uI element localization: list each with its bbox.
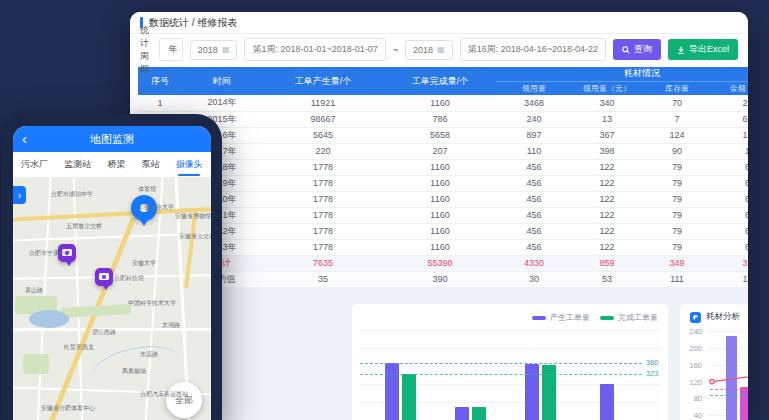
table-cell: 220 bbox=[262, 143, 384, 159]
table-total-row: 合计7635553904330859349330 bbox=[138, 255, 748, 271]
dashboard-panel: 数据统计 / 维修报表 统计周期: 年季月周日 2018 ▦ 第1周: 2018… bbox=[130, 12, 748, 420]
phone-mockup: ‹ 地图监测 污水厂监测站桥梁泵站摄像头 bbox=[2, 114, 222, 420]
table-cell: 456 bbox=[496, 223, 572, 239]
table-row[interactable]: 12014年119211160346834070250 bbox=[138, 95, 748, 111]
phone-tab[interactable]: 泵站 bbox=[142, 152, 160, 177]
phone-tab[interactable]: 监测站 bbox=[64, 152, 91, 177]
map-panel-expander[interactable]: › bbox=[13, 186, 26, 204]
y-axis-tick: 240 bbox=[684, 327, 702, 336]
camera-marker[interactable] bbox=[95, 268, 113, 286]
range-end-field[interactable]: 第16周: 2018-04-16~2018-04-22 bbox=[460, 38, 606, 61]
range-separator: ~ bbox=[393, 45, 398, 55]
table-cell: 13 bbox=[572, 111, 642, 127]
table-cell: 250 bbox=[712, 95, 748, 111]
period-segment: 年季月周日 bbox=[159, 38, 183, 61]
column-header: 工单产生量/个 bbox=[262, 67, 384, 95]
table-cell: 340 bbox=[572, 95, 642, 111]
table-cell: 1778 bbox=[262, 191, 384, 207]
table-cell: 90 bbox=[642, 143, 712, 159]
map-place-label: 中国科学技术大学 bbox=[128, 299, 176, 308]
table-cell: 122 bbox=[572, 159, 642, 175]
table-row[interactable]: 52018年177811604561227967 bbox=[138, 159, 748, 175]
map-place-label: 安徽省合肥体育中心 bbox=[41, 404, 95, 413]
column-header: 工单完成量/个 bbox=[384, 67, 496, 95]
table-row[interactable]: 42017年2202071103989019 bbox=[138, 143, 748, 159]
map-place-label: 凤凰椒场 bbox=[122, 367, 146, 376]
table-cell: 70 bbox=[642, 95, 712, 111]
column-header: 时间 bbox=[182, 67, 262, 95]
workorder-chart-card: 产生工单量完成工单量 360323 bbox=[352, 304, 668, 420]
consumable-chart-card: 耗材分析 2402001601208040 bbox=[680, 304, 748, 420]
y-axis-tick: 200 bbox=[684, 344, 702, 353]
table-cell: 859 bbox=[572, 255, 642, 271]
table-cell: 4330 bbox=[496, 255, 572, 271]
map-park bbox=[61, 304, 131, 318]
period-label: 统计周期: bbox=[140, 24, 152, 76]
table-row[interactable]: 72020年177811604561227967 bbox=[138, 191, 748, 207]
workorder-chart-plot: 360323 bbox=[352, 304, 668, 420]
table-cell: 67 bbox=[712, 207, 748, 223]
table-row[interactable]: 102023年177811604561227967 bbox=[138, 239, 748, 255]
map-view[interactable]: › 全部 合肥市琥珀中学体育馆安徽农业大学安徽省博物馆五里墩立交桥安徽省立交通合… bbox=[13, 178, 211, 420]
year-start-value: 2018 bbox=[198, 45, 218, 55]
table-cell: 1778 bbox=[262, 207, 384, 223]
map-place-label: 黄山路 bbox=[25, 286, 43, 295]
page-background: 数据统计 / 维修报表 统计周期: 年季月周日 2018 ▦ 第1周: 2018… bbox=[0, 0, 769, 420]
bar bbox=[726, 336, 737, 420]
table-cell: 3468 bbox=[496, 95, 572, 111]
table-cell: 456 bbox=[496, 175, 572, 191]
map-place-label: 东流路 bbox=[140, 350, 158, 359]
calendar-icon: ▦ bbox=[222, 45, 230, 54]
table-cell: 35 bbox=[262, 271, 384, 287]
reference-line bbox=[710, 395, 748, 396]
period-option[interactable]: 年 bbox=[160, 39, 183, 60]
table-cell: 122 bbox=[572, 207, 642, 223]
table-cell: 67 bbox=[712, 159, 748, 175]
table-cell: 124 bbox=[642, 127, 712, 143]
table-row[interactable]: 82021年177811604561227967 bbox=[138, 207, 748, 223]
map-pond bbox=[29, 310, 69, 328]
y-axis-tick: 120 bbox=[684, 378, 702, 387]
filter-toolbar: 统计周期: 年季月周日 2018 ▦ 第1周: 2018-01-01~2018-… bbox=[130, 34, 748, 65]
report-table-container: 序号时间工单产生量/个工单完成量/个耗材情况领用量领用量（元）库存量金额（元）1… bbox=[130, 65, 748, 288]
export-excel-button[interactable]: 导出Excel bbox=[668, 39, 738, 60]
phone-screen: ‹ 地图监测 污水厂监测站桥梁泵站摄像头 bbox=[13, 126, 211, 420]
table-cell: 122 bbox=[572, 239, 642, 255]
table-cell: 456 bbox=[496, 191, 572, 207]
table-cell: 122 bbox=[572, 223, 642, 239]
gridline bbox=[708, 331, 748, 332]
table-cell: 456 bbox=[496, 239, 572, 255]
y-axis-tick: 40 bbox=[684, 411, 702, 420]
range-start-field[interactable]: 第1周: 2018-01-01~2018-01-07 bbox=[244, 38, 385, 61]
reference-line-label: 360 bbox=[646, 358, 666, 367]
table-cell: 122 bbox=[572, 175, 642, 191]
map-place-label: 合肥汽车客运西站 bbox=[140, 390, 188, 399]
year-end-select[interactable]: 2018 ▦ bbox=[405, 40, 453, 60]
bar bbox=[525, 364, 539, 420]
search-button[interactable]: 查询 bbox=[613, 39, 661, 60]
table-cell: 1160 bbox=[384, 95, 496, 111]
bar bbox=[472, 407, 486, 420]
table-cell: 240 bbox=[496, 111, 572, 127]
table-row[interactable]: 22015年98667786240137650 bbox=[138, 111, 748, 127]
table-row[interactable]: 92022年177811604561227967 bbox=[138, 223, 748, 239]
table-row[interactable]: 62019年177811604561227967 bbox=[138, 175, 748, 191]
map-place-label: 安徽农业大学 bbox=[138, 203, 174, 212]
table-cell: 79 bbox=[642, 207, 712, 223]
table-cell: 79 bbox=[642, 159, 712, 175]
table-row[interactable]: 32016年56455658897367124129 bbox=[138, 127, 748, 143]
table-cell: 53 bbox=[572, 271, 642, 287]
back-icon[interactable]: ‹ bbox=[22, 128, 27, 150]
table-cell: 67 bbox=[712, 239, 748, 255]
table-cell: 7 bbox=[642, 111, 712, 127]
reference-line bbox=[360, 363, 642, 364]
show-all-button[interactable]: 全部 bbox=[166, 382, 202, 418]
download-icon bbox=[677, 46, 685, 54]
year-start-select[interactable]: 2018 ▦ bbox=[190, 40, 238, 60]
phone-tab[interactable]: 摄像头 bbox=[176, 152, 203, 177]
phone-tab-bar: 污水厂监测站桥梁泵站摄像头 bbox=[13, 152, 211, 178]
phone-tab[interactable]: 污水厂 bbox=[21, 152, 48, 177]
column-subheader: 领用量（元） bbox=[572, 81, 642, 95]
column-subheader: 库存量 bbox=[642, 81, 712, 95]
phone-tab[interactable]: 桥梁 bbox=[107, 152, 125, 177]
